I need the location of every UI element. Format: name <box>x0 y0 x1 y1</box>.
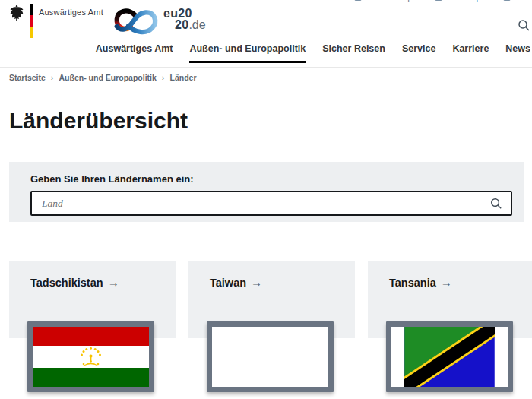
contact-icon <box>354 0 362 1</box>
country-link[interactable]: Taiwan→ <box>210 276 262 289</box>
eu2020-line1: eu20 <box>163 8 206 19</box>
nav-item-sicher-reisen[interactable]: Sicher Reisen <box>322 43 385 63</box>
eu2020-line2: 20 <box>175 18 188 31</box>
nav-item-aussen-und-europapolitik[interactable]: Außen- und Europapolitik <box>189 43 306 63</box>
search-icon <box>490 198 502 210</box>
eu2020-ribbon-icon <box>112 5 160 40</box>
country-name: Tadschikistan <box>30 277 103 289</box>
arrow-right-icon: → <box>108 276 119 289</box>
country-search-input[interactable] <box>32 192 490 214</box>
country-card-tansania: Tansania→ <box>368 261 532 338</box>
main-nav: Auswärtiges Amt Außen- und Europapolitik… <box>0 43 530 63</box>
agency-name: Auswärtiges Amt <box>39 8 103 17</box>
country-card-taiwan: Taiwan→ <box>188 261 355 338</box>
service-item-gebaerdensprache[interactable]: Gebärdensprache <box>370 0 442 2</box>
header-search-icon[interactable] <box>518 19 530 35</box>
country-link[interactable]: Tansania→ <box>389 276 452 289</box>
header-divider <box>0 67 532 68</box>
country-search-field <box>30 191 512 216</box>
breadcrumb-startseite[interactable]: Startseite <box>9 73 46 82</box>
flag-tajikistan[interactable] <box>27 321 154 392</box>
page-title: Länderübersicht <box>9 108 188 134</box>
country-name: Taiwan <box>210 277 246 289</box>
nav-item-news[interactable]: News <box>505 43 530 63</box>
breadcrumb-laender[interactable]: Länder <box>170 73 197 82</box>
federal-eagle-icon <box>9 5 24 21</box>
country-search-label: Geben Sie Ihren Ländernamen ein: <box>30 173 194 185</box>
breadcrumb-aussen-und-europapolitik[interactable]: Außen- und Europapolitik <box>59 73 157 82</box>
breadcrumb-separator: › <box>162 73 165 82</box>
arrow-right-icon: → <box>251 276 262 289</box>
service-item-label: Kontakt <box>325 0 350 2</box>
easy-language-icon <box>503 0 511 1</box>
eu2020-logo[interactable]: eu20 20.de <box>112 5 206 40</box>
country-card-tadschikistan: Tadschikistan→ <box>9 261 176 338</box>
country-link[interactable]: Tadschikistan→ <box>30 276 119 289</box>
sign-language-icon <box>435 0 442 1</box>
arrow-right-icon: → <box>441 276 452 289</box>
laenderuebersicht-page: Kontakt Gebärdensprache Leichte Sprache … <box>0 0 532 399</box>
country-search-submit[interactable] <box>490 198 511 210</box>
eu2020-domain: .de <box>188 18 205 31</box>
flag-taiwan-blank[interactable] <box>207 321 334 392</box>
nav-item-auswaertiges-amt[interactable]: Auswärtiges Amt <box>96 43 173 63</box>
country-search-panel: Geben Sie Ihren Ländernamen ein: <box>9 162 524 222</box>
chevron-down-icon[interactable]: ⌄ <box>520 0 526 2</box>
agency-logo[interactable]: Auswärtiges Amt <box>9 3 103 38</box>
service-item-label: Gebärdensprache <box>370 0 431 2</box>
eu2020-logo-text: eu20 20.de <box>163 8 206 30</box>
breadcrumb: Startseite › Außen- und Europapolitik › … <box>9 73 197 82</box>
flag-tanzania[interactable] <box>386 321 513 392</box>
breadcrumb-separator: › <box>51 73 54 82</box>
service-item-leichte-sprache[interactable]: Leichte Sprache <box>445 0 511 2</box>
country-name: Tansania <box>389 277 436 289</box>
nav-item-karriere[interactable]: Karriere <box>452 43 489 63</box>
service-item-label: Leichte Sprache <box>445 0 499 2</box>
german-flag-stripe <box>30 4 33 38</box>
service-item-kontakt[interactable]: Kontakt <box>325 0 362 2</box>
nav-item-service[interactable]: Service <box>402 43 435 63</box>
